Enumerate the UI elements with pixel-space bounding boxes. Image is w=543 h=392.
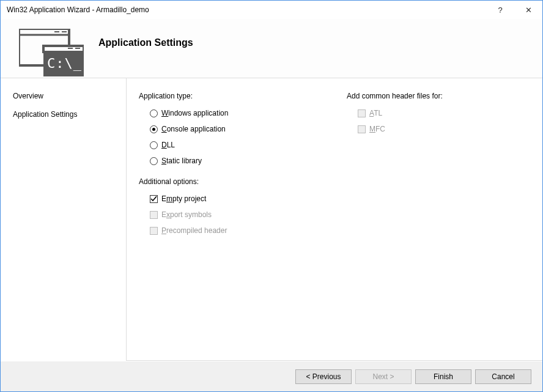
radio-console-application[interactable]: Console application [139, 121, 322, 137]
checkbox-icon [150, 195, 158, 203]
svg-rect-6 [68, 48, 73, 49]
cancel-button[interactable]: Cancel [475, 369, 531, 384]
help-button[interactable]: ? [486, 1, 514, 19]
svg-rect-7 [75, 48, 80, 49]
app-type-heading: Application type: [139, 92, 322, 100]
radio-dll[interactable]: DLL [139, 137, 322, 153]
check-atl: ATL [347, 105, 530, 121]
right-column: Add common header files for: ATL MFC [347, 92, 530, 354]
banner-title: Application Settings [98, 37, 193, 48]
sidebar: Overview Application Settings [1, 78, 126, 361]
headers-heading: Add common header files for: [347, 92, 530, 100]
radio-windows-application[interactable]: Windows application [139, 105, 322, 121]
wizard-window: Win32 Application Wizard - Armadillo_dem… [0, 0, 543, 392]
banner: C:\_ Application Settings [1, 19, 542, 78]
titlebar: Win32 Application Wizard - Armadillo_dem… [1, 1, 542, 19]
content: Application type: Windows application Co… [127, 78, 542, 361]
svg-rect-2 [62, 31, 67, 32]
radio-static-library[interactable]: Static library [139, 153, 322, 169]
radio-icon [150, 141, 158, 149]
svg-text:C:\_: C:\_ [47, 56, 82, 71]
additional-heading: Additional options: [139, 177, 322, 186]
check-empty-project[interactable]: Empty project [139, 191, 322, 207]
left-column: Application type: Windows application Co… [139, 92, 322, 354]
checkbox-icon [150, 227, 158, 235]
radio-icon [150, 109, 158, 117]
check-mfc: MFC [347, 121, 530, 137]
checkbox-icon [358, 125, 366, 133]
close-button[interactable]: ✕ [514, 1, 542, 19]
checkbox-icon [358, 109, 366, 117]
next-button: Next > [355, 369, 412, 384]
body: Overview Application Settings Applicatio… [1, 78, 542, 361]
finish-button[interactable]: Finish [415, 369, 471, 384]
previous-button[interactable]: < Previous [295, 369, 352, 384]
footer: < Previous Next > Finish Cancel [1, 361, 542, 391]
check-precompiled-header: Precompiled header [139, 223, 322, 239]
wizard-icon: C:\_ [19, 29, 84, 76]
radio-icon [150, 157, 158, 165]
radio-icon [150, 125, 158, 133]
sidebar-item-application-settings[interactable]: Application Settings [13, 110, 114, 119]
checkbox-icon [150, 211, 158, 219]
sidebar-item-overview[interactable]: Overview [13, 92, 114, 100]
svg-rect-1 [54, 31, 59, 32]
window-title: Win32 Application Wizard - Armadillo_dem… [7, 6, 486, 14]
check-export-symbols: Export symbols [139, 207, 322, 223]
